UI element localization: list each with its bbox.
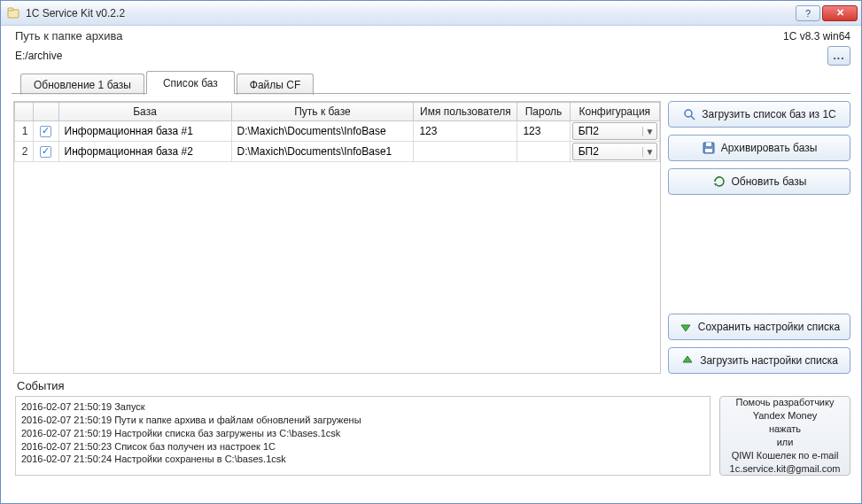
- table-row[interactable]: 2Информационная база #2D:\Maxich\Documen…: [15, 142, 660, 162]
- row-path[interactable]: D:\Maxich\Documents\InfoBase: [231, 121, 414, 142]
- log-line: 2016-02-07 21:50:24 Настройки сохранены …: [21, 453, 704, 466]
- row-user[interactable]: [414, 142, 517, 162]
- svg-rect-1: [8, 8, 13, 11]
- svg-line-3: [691, 116, 695, 120]
- svg-point-2: [685, 110, 692, 117]
- help-line: Помочь разработчику: [736, 396, 835, 409]
- log-line: 2016-02-07 21:50:19 Настройки списка баз…: [21, 427, 704, 440]
- help-button[interactable]: ?: [796, 5, 820, 21]
- events-log[interactable]: 2016-02-07 21:50:19 Запуск2016-02-07 21:…: [15, 396, 711, 476]
- row-password[interactable]: 123: [517, 121, 570, 142]
- col-base[interactable]: База: [58, 103, 231, 121]
- tab-cf-files[interactable]: Файлы CF: [237, 74, 314, 95]
- col-pwd[interactable]: Пароль: [517, 103, 570, 121]
- log-line: 2016-02-07 21:50:19 Запуск: [21, 400, 704, 414]
- save-icon: [702, 141, 716, 155]
- archive-button[interactable]: Архивировать базы: [668, 135, 850, 161]
- magnifier-icon: [682, 107, 696, 121]
- col-user[interactable]: Имя пользователя: [414, 103, 517, 121]
- svg-rect-5: [706, 143, 711, 146]
- save-settings-button[interactable]: Сохранить настройки списка: [668, 314, 850, 340]
- row-checkbox[interactable]: [34, 121, 58, 142]
- help-developer-box[interactable]: Помочь разработчику Yandex Money нажать …: [719, 396, 850, 476]
- row-checkbox[interactable]: [34, 142, 58, 162]
- row-config[interactable]: БП2▼: [570, 121, 659, 142]
- row-name[interactable]: Информационная база #2: [58, 142, 231, 162]
- titlebar: 1C Service Kit v0.2.2 ? ✕: [1, 1, 861, 26]
- tab-base-list[interactable]: Список баз: [146, 71, 235, 94]
- help-line: 1c.service.kit@gmail.com: [730, 462, 841, 476]
- load-settings-button[interactable]: Загрузить настройки списка: [668, 347, 850, 374]
- version-text: 1C v8.3 win64: [783, 30, 850, 43]
- row-name[interactable]: Информационная база #1: [58, 121, 231, 142]
- row-number: 1: [15, 121, 34, 142]
- col-path[interactable]: Путь к базе: [231, 103, 414, 121]
- tab-update-single[interactable]: Обновление 1 базы: [20, 74, 144, 95]
- chevron-down-icon: ▼: [642, 127, 656, 136]
- browse-button[interactable]: ...: [827, 46, 850, 66]
- archive-path-value: E:/archive: [15, 50, 822, 62]
- chevron-down-icon: ▼: [642, 147, 656, 157]
- close-button[interactable]: ✕: [822, 5, 858, 21]
- col-config[interactable]: Конфигурация: [570, 103, 659, 121]
- row-password[interactable]: [517, 142, 570, 162]
- help-line: нажать: [769, 423, 801, 436]
- svg-marker-9: [683, 356, 692, 362]
- row-path[interactable]: D:\Maxich\Documents\InfoBase1: [231, 142, 414, 162]
- load-list-label: Загрузить список баз из 1С: [702, 108, 836, 120]
- arrow-up-icon: [680, 353, 695, 368]
- help-line: QIWI Кошелек по e-mail: [732, 449, 839, 462]
- events-label: События: [1, 374, 861, 394]
- bases-grid[interactable]: База Путь к базе Имя пользователя Пароль…: [13, 101, 661, 374]
- arrow-down-icon: [679, 320, 693, 334]
- help-line: или: [777, 436, 794, 449]
- save-settings-label: Сохранить настройки списка: [698, 321, 841, 333]
- refresh-icon: [712, 174, 726, 189]
- window-title: 1C Service Kit v0.2.2: [26, 7, 796, 19]
- app-icon: [6, 6, 20, 20]
- log-line: 2016-02-07 21:50:23 Список баз получен и…: [21, 440, 704, 454]
- help-line: Yandex Money: [753, 409, 818, 423]
- archive-label: Архивировать базы: [721, 142, 818, 154]
- log-line: 2016-02-07 21:50:19 Пути к папке архива …: [21, 414, 704, 427]
- svg-rect-6: [705, 149, 712, 152]
- svg-marker-8: [681, 325, 690, 331]
- archive-path-label: Путь к папке архива: [15, 29, 123, 43]
- tab-bar: Обновление 1 базы Список баз Файлы CF: [1, 71, 861, 94]
- load-settings-label: Загрузить настройки списка: [700, 354, 838, 367]
- table-row[interactable]: 1Информационная база #1D:\Maxich\Documen…: [15, 121, 660, 142]
- update-button[interactable]: Обновить базы: [668, 168, 850, 195]
- update-label: Обновить базы: [732, 175, 807, 188]
- row-user[interactable]: 123: [414, 121, 517, 142]
- row-number: 2: [15, 142, 34, 162]
- row-config[interactable]: БП2▼: [570, 142, 659, 162]
- load-list-button[interactable]: Загрузить список баз из 1С: [668, 101, 850, 128]
